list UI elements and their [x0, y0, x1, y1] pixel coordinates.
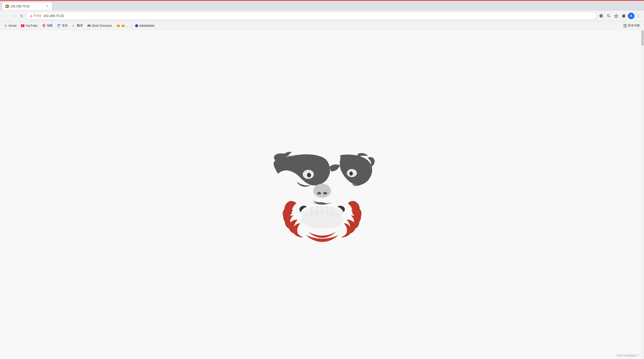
all-bookmarks-button[interactable]: 所有书签 [621, 22, 642, 29]
bookmark-maps[interactable]: 地图 [40, 22, 55, 29]
svg-point-2 [607, 14, 609, 16]
svg-rect-14 [623, 27, 627, 27]
bookmark-ddd-label: ddddddddd [139, 24, 155, 27]
svg-point-20 [352, 171, 354, 173]
bookmark-shell-label: Shell Shockers [92, 24, 112, 27]
url-text: 192.168.75.52 [43, 14, 593, 18]
tab-title: 192.168.75.52 [10, 5, 44, 8]
reload-button[interactable]: ↻ [18, 12, 25, 19]
tab-bar: 192.168.75.52 ✕ [0, 1, 644, 10]
svg-rect-12 [623, 24, 627, 25]
gmail-icon: G [4, 24, 8, 27]
scrollbar-thumb[interactable] [641, 31, 643, 46]
watermark: CSDN @我爱俱乐了 [617, 354, 639, 357]
svg-rect-8 [57, 25, 59, 26]
svg-rect-9 [57, 26, 60, 27]
main-content: CSDN @我爱俱乐了 [0, 30, 644, 359]
svg-line-3 [609, 16, 610, 17]
scrollbar[interactable] [641, 30, 644, 359]
bookmark-gmail-label: Gmail [9, 24, 16, 27]
address-bar-row: ← → ↻ 不安全 192.168.75.52 [0, 10, 644, 21]
bookmark-translate-label: 翻译 [77, 23, 83, 28]
zoom-button[interactable] [605, 12, 612, 19]
svg-point-22 [317, 192, 321, 195]
address-bar[interactable]: 不安全 192.168.75.52 [26, 12, 597, 20]
tab-favicon [5, 5, 9, 8]
forward-button[interactable]: → [10, 12, 17, 19]
back-button[interactable]: ← [2, 12, 9, 19]
svg-point-11 [135, 24, 138, 27]
extensions-button[interactable] [620, 12, 627, 19]
bookmark-news[interactable]: 资讯 [55, 22, 70, 29]
svg-point-21 [313, 184, 331, 198]
youtube-icon [21, 24, 24, 27]
shell-icon: 🎮 [87, 24, 91, 27]
bookmarks-divider [131, 23, 131, 28]
bookmarks-right: 所有书签 [621, 22, 642, 29]
translate-icon: A [72, 24, 76, 27]
browser-frame: 192.168.75.52 ✕ ← → ↻ 不安全 192.168.75.52 [0, 0, 644, 359]
svg-text:A: A [72, 24, 74, 27]
tab-close-button[interactable]: ✕ [45, 4, 49, 8]
maps-icon [42, 24, 46, 27]
bookmark-star-button[interactable] [613, 12, 620, 19]
bookmark-translate[interactable]: A 翻译 [70, 22, 85, 29]
bookmark-shell[interactable]: 🎮 Shell Shockers [85, 23, 114, 29]
chrome-menu-button[interactable]: ⋮ [635, 12, 642, 19]
svg-point-23 [323, 192, 327, 195]
security-label: 不安全 [33, 14, 42, 18]
joker-svg [262, 142, 383, 247]
svg-marker-4 [615, 14, 618, 17]
bookmarks-bar: G Gmail YouTube 地图 资讯 A [0, 21, 644, 30]
translate-button[interactable] [598, 12, 605, 19]
bookmark-ddd[interactable]: ddddddddd [133, 23, 157, 29]
svg-point-29 [301, 211, 344, 229]
toolbar-icons: A ⋮ [598, 12, 642, 19]
extra-icon: 🐱 [117, 24, 120, 27]
svg-point-19 [310, 172, 312, 174]
bookmark-youtube[interactable]: YouTube [19, 23, 39, 29]
joker-image [0, 30, 644, 359]
bookmark-youtube-label: YouTube [25, 24, 37, 27]
security-warning-icon: 不安全 [29, 14, 42, 18]
bookmark-extra[interactable]: 🐱 🐱... [115, 23, 130, 29]
bookmark-news-label: 资讯 [62, 23, 68, 28]
svg-rect-13 [623, 25, 627, 26]
svg-point-18 [349, 172, 353, 176]
profile-button[interactable]: A [628, 13, 634, 19]
svg-rect-7 [57, 24, 60, 25]
news-icon [57, 24, 61, 27]
bookmark-extra-label: 🐱... [121, 24, 128, 27]
all-bookmarks-label: 所有书签 [628, 23, 640, 28]
active-tab[interactable]: 192.168.75.52 ✕ [2, 2, 52, 10]
bookmark-maps-label: 地图 [47, 23, 53, 28]
ddd-icon [135, 24, 138, 27]
bookmark-gmail[interactable]: G Gmail [2, 23, 18, 29]
